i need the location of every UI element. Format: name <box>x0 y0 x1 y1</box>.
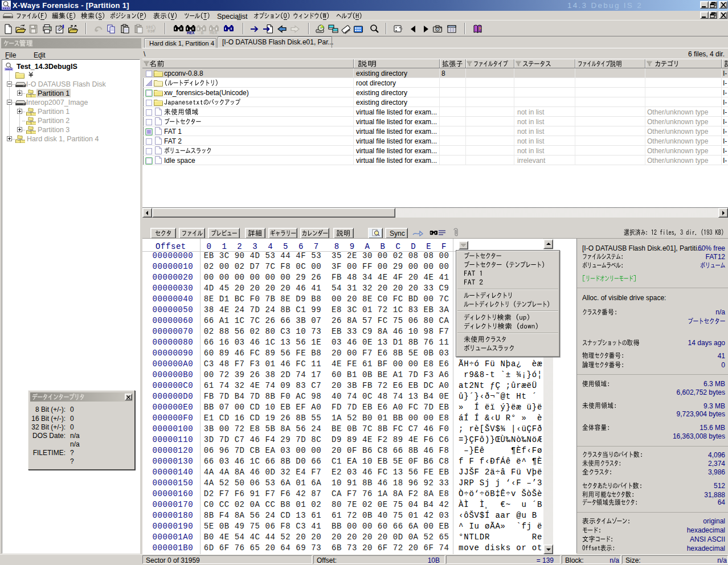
svg-text:→B: →B <box>197 31 204 35</box>
svg-text:HEX: HEX <box>187 31 195 35</box>
svg-text:HEX: HEX <box>210 31 218 35</box>
svg-text:?: ? <box>478 27 481 31</box>
